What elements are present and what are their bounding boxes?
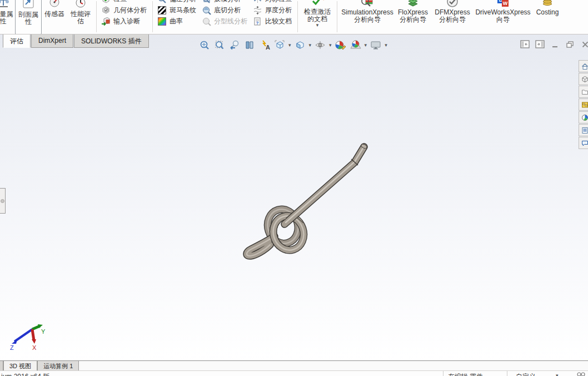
graphics-area[interactable]: A ▾ ▾ ▾ ▾ ▾ xyxy=(0,34,588,360)
custom-properties-icon xyxy=(581,127,588,134)
tab-solidworks-resources[interactable] xyxy=(579,60,588,72)
tab-file-explorer[interactable] xyxy=(579,86,588,98)
zebra-stripes-button[interactable]: 斑马条纹 xyxy=(155,4,200,16)
restore-window-icon[interactable] xyxy=(565,40,575,48)
deviation-analysis-button[interactable]: 偏差分析 xyxy=(155,0,200,4)
separator xyxy=(337,1,337,32)
parting-line-analysis-label: 分型线分析 xyxy=(214,17,247,26)
view-orientation-dropdown[interactable]: ▾ xyxy=(288,43,291,47)
zebra-stripes-label: 斑马条纹 xyxy=(170,6,196,15)
feature-tree-splitter[interactable] xyxy=(0,188,6,214)
triad-x-label: X xyxy=(32,344,37,351)
separator xyxy=(297,1,298,32)
symmetry-check-icon xyxy=(253,0,262,4)
draft-analysis-icon xyxy=(202,0,211,4)
appearances-sphere-icon xyxy=(581,114,588,121)
driveworksxpress-button[interactable]: DW DriveWorksXpress 向导 xyxy=(474,0,532,34)
geometry-analysis-button[interactable]: 几何体分析 xyxy=(99,4,150,16)
display-style-dropdown[interactable]: ▾ xyxy=(309,43,312,47)
tab-motion-study-1[interactable]: 运动算例 1 xyxy=(37,361,79,370)
annotation-view-icon[interactable]: A xyxy=(258,39,271,51)
display-style-icon[interactable] xyxy=(293,39,307,51)
section-properties-icon xyxy=(22,0,34,11)
zoom-to-area-icon[interactable] xyxy=(213,39,226,51)
edit-appearance-icon[interactable] xyxy=(334,39,347,51)
view-palette-icon xyxy=(581,101,588,108)
simulationxpress-button[interactable]: SimulationXpress 分析向导 xyxy=(340,0,395,34)
performance-evaluation-icon xyxy=(74,0,87,11)
splitter-knob-icon[interactable] xyxy=(1,199,4,203)
tab-design-library[interactable] xyxy=(579,73,588,85)
version-text: ium 2016 x64 版 xyxy=(1,372,49,376)
thickness-analysis-icon xyxy=(253,6,262,15)
parting-line-analysis-button[interactable]: 分型线分析 xyxy=(200,16,251,27)
draft-analysis-button[interactable]: 拔模分析 xyxy=(200,0,251,4)
view-orientation-icon[interactable] xyxy=(273,39,286,51)
dfmxpress-icon xyxy=(446,0,459,9)
tab-solidworks-forum[interactable] xyxy=(579,137,588,149)
apply-scene-dropdown[interactable]: ▾ xyxy=(365,43,367,47)
costing-button[interactable]: Costing xyxy=(532,0,563,34)
section-view-icon[interactable] xyxy=(243,39,256,51)
section-properties-label: 剖面属性 xyxy=(17,11,39,26)
separator xyxy=(507,371,507,376)
tab-custom-properties[interactable] xyxy=(579,124,588,136)
apply-scene-icon[interactable] xyxy=(349,39,362,51)
dfmxpress-button[interactable]: DFMXpress 分析向导 xyxy=(431,0,474,34)
floxpress-icon xyxy=(406,0,420,9)
tab-solidworks-addins[interactable]: SOLIDWORKS 插件 xyxy=(74,34,149,48)
show-right-pane-icon[interactable] xyxy=(535,40,545,48)
dfmxpress-label: DFMXpress 分析向导 xyxy=(433,9,471,23)
curvature-icon xyxy=(157,17,167,26)
part-model-torsion-spring[interactable] xyxy=(233,136,389,264)
hide-show-items-dropdown[interactable]: ▾ xyxy=(329,43,332,47)
triad-z-label: Z xyxy=(10,344,14,351)
simulationxpress-icon xyxy=(360,0,375,9)
separator xyxy=(443,371,444,376)
import-diagnostics-icon xyxy=(101,17,111,26)
custom-menu[interactable]: 自定义 xyxy=(516,372,536,376)
costing-label: Costing xyxy=(536,9,559,16)
sensor-button[interactable]: 传感器 xyxy=(42,0,67,34)
tab-evaluate[interactable]: 评估 xyxy=(3,34,31,48)
minimize-window-icon[interactable] xyxy=(550,40,560,48)
check-active-document-dropdown[interactable]: ▾ xyxy=(316,23,319,27)
zoom-to-fit-icon[interactable] xyxy=(198,39,211,51)
show-left-pane-icon[interactable] xyxy=(520,40,530,48)
check-active-document-label: 检查激活的文档 xyxy=(302,8,333,23)
tab-3d-view[interactable]: 3D 视图 xyxy=(3,361,37,370)
draft-analysis-label: 拔模分析 xyxy=(214,0,241,4)
import-diagnostics-button[interactable]: 输入诊断 xyxy=(99,16,150,27)
previous-view-icon[interactable] xyxy=(228,39,241,51)
mass-properties-icon xyxy=(0,0,15,11)
simulationxpress-label: SimulationXpress 分析向导 xyxy=(341,9,393,23)
curvature-button[interactable]: 曲率 xyxy=(155,16,200,27)
thickness-analysis-button[interactable]: 厚度分析 xyxy=(251,4,295,16)
performance-evaluation-label: 性能评估 xyxy=(69,11,92,25)
hide-show-items-icon[interactable] xyxy=(313,39,327,51)
tab-view-palette[interactable] xyxy=(579,98,588,111)
tags-icon[interactable] xyxy=(577,372,585,376)
symmetry-check-button[interactable]: 对称检查 xyxy=(251,0,295,4)
close-window-icon[interactable] xyxy=(580,40,588,48)
view-settings-dropdown[interactable]: ▾ xyxy=(385,43,387,47)
check-label: 检查 xyxy=(113,0,127,4)
tab-dimxpert[interactable]: DimXpert xyxy=(31,34,73,48)
tab-appearances-scenes[interactable] xyxy=(579,111,588,123)
svg-text:✱: ✱ xyxy=(322,0,324,1)
evaluate-ribbon: 质量属性 剖面属性 传感器 性能评估 xyxy=(0,0,588,34)
home-icon xyxy=(581,63,588,70)
check-active-document-button[interactable]: ✱ 检查激活的文档 ▾ xyxy=(300,0,335,34)
editing-status-text: 在编辑 零件 xyxy=(448,372,483,376)
check-button[interactable]: 检查 xyxy=(99,0,150,4)
curvature-label: 曲率 xyxy=(170,17,183,26)
performance-evaluation-button[interactable]: 性能评估 xyxy=(67,0,94,34)
mass-properties-button[interactable]: 质量属性 xyxy=(0,0,15,34)
compare-documents-button[interactable]: ? 比较文档 xyxy=(251,16,295,27)
motion-study-bar: 3D 视图 运动算例 1 xyxy=(0,360,588,370)
floxpress-button[interactable]: FloXpress 分析向导 xyxy=(395,0,431,34)
undercut-analysis-button[interactable]: 底切分析 xyxy=(200,4,251,16)
custom-menu-dropdown[interactable]: ▾ xyxy=(556,373,559,376)
view-settings-icon[interactable] xyxy=(369,39,382,51)
section-properties-button[interactable]: 剖面属性 xyxy=(15,0,42,34)
